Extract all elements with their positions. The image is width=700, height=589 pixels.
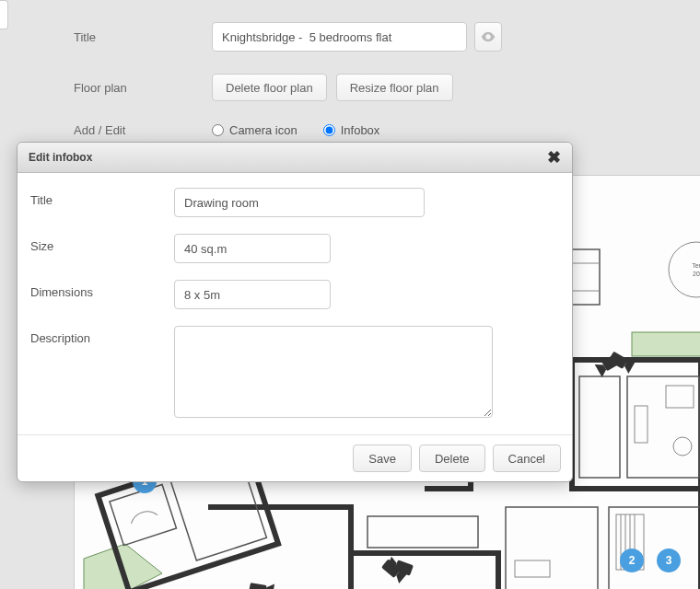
infobox-description-input[interactable] [174, 326, 493, 418]
close-icon[interactable]: ✖ [547, 149, 561, 166]
title-label: Title [74, 30, 212, 44]
infobox-dimensions-input[interactable] [174, 280, 331, 309]
eye-icon [481, 31, 496, 42]
svg-rect-17 [368, 516, 478, 548]
infobox-size-input[interactable] [174, 234, 331, 263]
infobox-size-label: Size [30, 234, 174, 263]
delete-floorplan-button[interactable]: Delete floor plan [212, 74, 327, 101]
radio-infobox[interactable]: Infobox [323, 123, 380, 137]
svg-text:2: 2 [629, 554, 636, 567]
radio-infobox-input[interactable] [323, 124, 335, 136]
resize-floorplan-button[interactable]: Resize floor plan [336, 74, 453, 101]
svg-point-2 [669, 242, 700, 297]
svg-point-11 [673, 437, 692, 456]
addedit-label: Add / Edit [74, 123, 212, 137]
radio-camera-input[interactable] [212, 124, 224, 136]
property-form: Title Floor plan Delete floor plan Resiz… [74, 22, 663, 137]
radio-infobox-label: Infobox [341, 123, 380, 137]
floorplan-label: Floor plan [74, 81, 212, 95]
infobox-description-label: Description [30, 326, 174, 418]
svg-rect-12 [579, 376, 620, 478]
edit-infobox-dialog: Edit infobox ✖ Title Size Dimensions Des… [17, 142, 573, 482]
dialog-header[interactable]: Edit infobox ✖ [18, 143, 572, 173]
save-button[interactable]: Save [353, 445, 412, 472]
side-tab-stub[interactable] [0, 0, 8, 29]
svg-rect-10 [635, 406, 648, 443]
svg-text:20: 20 [693, 271, 700, 277]
title-input[interactable] [212, 22, 467, 52]
svg-rect-0 [632, 332, 700, 356]
svg-rect-8 [627, 376, 699, 478]
infobox-title-label: Title [30, 188, 174, 217]
dialog-title: Edit infobox [29, 151, 547, 164]
radio-camera-icon[interactable]: Camera icon [212, 123, 298, 137]
svg-text:3: 3 [666, 554, 672, 567]
infobox-dimensions-label: Dimensions [30, 280, 174, 309]
svg-rect-20 [609, 507, 700, 589]
delete-button[interactable]: Delete [419, 445, 485, 472]
svg-rect-9 [666, 386, 694, 408]
svg-rect-27 [110, 485, 177, 546]
svg-rect-19 [515, 560, 550, 577]
svg-text:Ter: Ter [692, 262, 700, 269]
cancel-button[interactable]: Cancel [493, 445, 561, 472]
svg-rect-33 [249, 583, 267, 589]
visibility-toggle[interactable] [474, 22, 502, 52]
radio-camera-label: Camera icon [229, 123, 298, 137]
infobox-title-input[interactable] [174, 188, 425, 217]
